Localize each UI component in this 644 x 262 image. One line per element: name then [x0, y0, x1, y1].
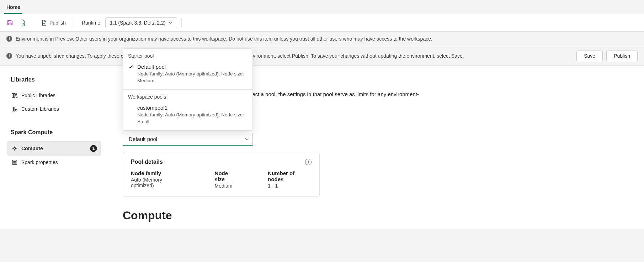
sidebar-section-spark-compute: Spark Compute — [7, 129, 101, 136]
runtime-value: 1.1 (Spark 3.3, Delta 2.2) — [110, 20, 165, 26]
publish-button[interactable]: Publish — [37, 18, 69, 28]
pool-select-input[interactable] — [128, 136, 245, 142]
info-outline-icon[interactable]: i — [305, 159, 312, 165]
pool-dropdown: Starter pool Default pool Node family: A… — [123, 48, 253, 131]
publish-button-label: Publish — [49, 20, 66, 26]
sidebar-item-custom-libraries[interactable]: Custom Libraries — [7, 102, 101, 116]
svg-rect-4 — [12, 107, 13, 111]
dropdown-option-default-pool[interactable]: Default pool Node family: Auto (Memory o… — [123, 61, 252, 89]
list-icon — [11, 159, 18, 166]
sidebar-item-label: Spark properties — [21, 159, 58, 165]
dropdown-option-desc: Node family: Auto (Memory optimized); No… — [137, 111, 248, 125]
number-of-nodes-label: Number of nodes — [268, 170, 312, 182]
chevron-down-icon — [168, 21, 172, 25]
preview-banner: i Environment is in Preview. Other users… — [0, 32, 644, 46]
pool-select[interactable] — [123, 133, 253, 146]
runtime-label: Runtime — [78, 18, 104, 27]
save-button[interactable]: Save — [576, 51, 603, 61]
floppy-icon — [7, 20, 13, 26]
dropdown-option-desc: Node family: Auto (Memory optimized); No… — [137, 70, 248, 84]
sidebar-item-label: Compute — [21, 146, 43, 151]
books-icon — [11, 92, 18, 99]
sidebar-item-spark-properties[interactable]: Spark properties — [7, 156, 101, 169]
svg-rect-2 — [12, 94, 13, 98]
svg-rect-1 — [9, 23, 11, 25]
sidebar-item-public-libraries[interactable]: Public Libraries — [7, 89, 101, 102]
node-family-value: Auto (Memory optimized) — [131, 177, 186, 188]
discard-icon-button[interactable] — [17, 17, 28, 28]
node-size-label: Node size — [215, 170, 240, 182]
sidebar: Libraries Public Libraries Custom Librar… — [0, 66, 108, 229]
info-icon: i — [6, 36, 12, 42]
chevron-down-icon — [245, 137, 249, 141]
sidebar-item-compute[interactable]: Compute 1 — [7, 141, 101, 156]
document-refresh-icon — [20, 19, 26, 26]
dropdown-option-title: Default pool — [137, 64, 248, 70]
svg-point-7 — [16, 110, 17, 111]
preview-banner-text: Environment is in Preview. Other users i… — [16, 36, 432, 42]
sidebar-section-libraries: Libraries — [7, 77, 101, 83]
pool-details-title: Pool details — [131, 159, 163, 165]
compute-badge: 1 — [90, 145, 97, 152]
dropdown-option-title: custompool1 — [137, 105, 248, 111]
svg-rect-5 — [14, 107, 15, 111]
content-panel: uration Spark job definitions in this en… — [108, 66, 644, 229]
tab-home[interactable]: Home — [4, 3, 22, 14]
dropdown-group-starter: Starter pool — [123, 49, 252, 61]
sidebar-item-label: Custom Libraries — [21, 106, 59, 112]
number-of-nodes-value: 1 - 1 — [268, 183, 312, 189]
unpublished-banner: i You have unpublished changes. To apply… — [0, 46, 644, 66]
pool-details-card: Pool details i Node family Auto (Memory … — [123, 152, 320, 197]
sidebar-item-label: Public Libraries — [21, 93, 55, 98]
runtime-select[interactable]: 1.1 (Spark 3.3, Delta 2.2) — [105, 17, 177, 28]
dropdown-option-custompool1[interactable]: custompool1 Node family: Auto (Memory op… — [123, 102, 252, 130]
gear-icon — [11, 145, 18, 152]
info-icon: i — [6, 53, 12, 59]
toolbar: Publish Runtime 1.1 (Spark 3.3, Delta 2.… — [0, 14, 644, 32]
svg-point-8 — [14, 147, 15, 149]
node-family-label: Node family — [131, 170, 186, 176]
books-gear-icon — [11, 106, 18, 112]
svg-rect-0 — [9, 21, 11, 22]
publish-icon — [41, 20, 47, 26]
node-size-value: Medium — [215, 183, 240, 189]
dropdown-group-workspace: Workspace pools — [123, 90, 252, 102]
top-tabs: Home — [0, 0, 644, 14]
compute-section-heading: Compute — [123, 209, 630, 222]
svg-rect-3 — [14, 94, 15, 98]
save-icon-button[interactable] — [4, 17, 16, 28]
publish-banner-button[interactable]: Publish — [606, 51, 638, 61]
check-icon — [128, 64, 133, 69]
